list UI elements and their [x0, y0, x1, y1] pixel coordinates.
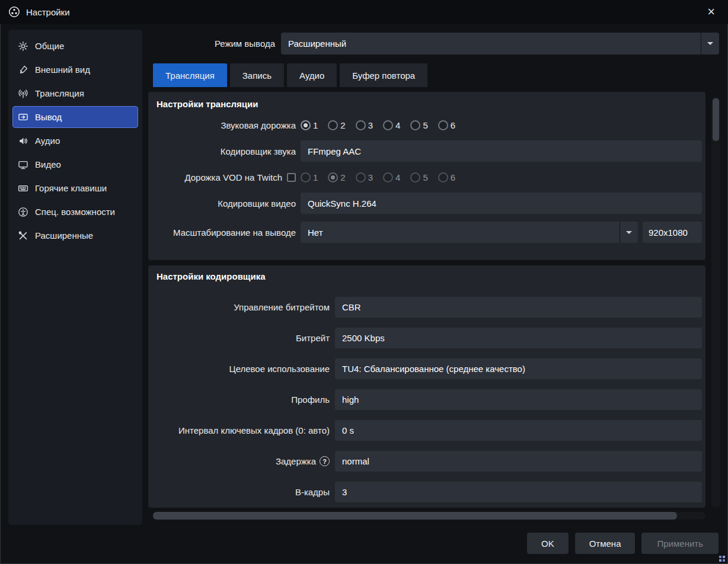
horizontal-scrollbar-thumb[interactable] — [153, 512, 677, 520]
output-mode-label: Режим вывода — [148, 39, 281, 49]
video-encoder-label: Кодировщик видео — [155, 198, 301, 209]
twitch-vod-radio-group: 1 2 3 4 5 6 — [301, 172, 465, 182]
rescale-output-row: Масштабирование на выводе Нет 920x1080 — [155, 222, 702, 243]
settings-window: Настройки × Общие Внешний вид — [0, 0, 728, 564]
close-icon[interactable]: × — [703, 4, 720, 20]
accessibility-icon — [18, 207, 28, 217]
vod-track-radio-5[interactable]: 5 — [410, 172, 427, 182]
panel-title: Настройки трансляции — [155, 99, 702, 109]
sidebar-item-general[interactable]: Общие — [12, 35, 138, 57]
rate-control-label: Управление битрейтом — [155, 302, 335, 312]
sidebar-item-advanced[interactable]: Расширенные — [12, 225, 138, 246]
rate-control-row: Управление битрейтом CBR — [155, 297, 702, 318]
tab-replay-buffer[interactable]: Буфер повтора — [340, 63, 427, 87]
titlebar: Настройки × — [0, 0, 728, 24]
sidebar-item-hotkeys[interactable]: Горячие клавиши — [12, 177, 138, 199]
rate-control-select[interactable]: CBR — [335, 297, 702, 318]
rescale-output-select[interactable]: Нет — [301, 222, 638, 243]
bframes-label: В-кадры — [155, 487, 335, 497]
latency-row: Задержка ? normal — [155, 451, 702, 472]
sidebar-item-label: Общие — [35, 41, 64, 51]
encoder-settings-panel: Настройки кодировщика Управление битрейт… — [148, 265, 705, 508]
sidebar-item-label: Внешний вид — [35, 65, 90, 75]
dialog-footer: OK Отмена Применить — [527, 533, 719, 554]
profile-select[interactable]: high — [335, 389, 702, 410]
gear-icon — [18, 41, 28, 52]
keyframe-interval-input[interactable]: 0 s — [335, 420, 702, 441]
audio-track-label: Звуковая дорожка — [155, 120, 301, 130]
sidebar-item-accessibility[interactable]: Спец. возможности — [12, 201, 138, 223]
sidebar-item-label: Горячие клавиши — [35, 183, 107, 193]
sidebar-item-appearance[interactable]: Внешний вид — [12, 59, 138, 81]
output-mode-value: Расширенный — [288, 39, 346, 49]
audio-track-row: Звуковая дорожка 1 2 3 4 5 6 — [155, 117, 702, 133]
vod-track-radio-3[interactable]: 3 — [356, 172, 373, 182]
output-mode-select[interactable]: Расширенный — [281, 33, 719, 55]
latency-label: Задержка ? — [155, 456, 335, 466]
bitrate-input[interactable]: 2500 Kbps — [335, 328, 702, 348]
vertical-scrollbar[interactable] — [711, 97, 720, 508]
output-mode-row: Режим вывода Расширенный — [148, 33, 719, 55]
tools-icon — [18, 230, 28, 241]
rescale-resolution-field[interactable]: 920x1080 — [643, 222, 702, 243]
profile-row: Профиль high — [155, 389, 702, 410]
audio-track-radio-3[interactable]: 3 — [356, 120, 373, 130]
chevron-down-icon — [620, 222, 638, 243]
twitch-vod-label: Дорожка VOD на Twitch — [155, 172, 301, 182]
sidebar-item-output[interactable]: Вывод — [12, 106, 138, 128]
audio-encoder-select[interactable]: FFmpeg AAC — [301, 140, 702, 162]
audio-track-radio-6[interactable]: 6 — [438, 120, 455, 130]
cancel-button[interactable]: Отмена — [575, 533, 636, 554]
video-encoder-value: QuickSync H.264 — [308, 198, 376, 209]
keyframe-interval-row: Интервал ключевых кадров (0: авто) 0 s — [155, 420, 702, 441]
latency-select[interactable]: normal — [335, 451, 702, 472]
sidebar-item-audio[interactable]: Аудио — [12, 130, 138, 152]
profile-label: Профиль — [155, 395, 335, 405]
target-usage-select[interactable]: TU4: Сбалансированное (среднее качество) — [335, 358, 702, 379]
tab-recording[interactable]: Запись — [230, 63, 284, 87]
window-title: Настройки — [26, 7, 70, 17]
apply-button[interactable]: Применить — [641, 533, 719, 554]
tab-audio[interactable]: Аудио — [287, 63, 337, 87]
twitch-vod-checkbox[interactable] — [287, 173, 296, 182]
speaker-icon — [18, 136, 28, 146]
output-icon — [18, 112, 28, 123]
vod-track-radio-4[interactable]: 4 — [383, 172, 400, 182]
audio-track-radio-2[interactable]: 2 — [328, 120, 345, 130]
sidebar-item-label: Вывод — [35, 112, 62, 122]
help-icon[interactable]: ? — [320, 456, 330, 466]
sidebar-item-label: Видео — [35, 159, 61, 169]
sidebar-item-stream[interactable]: Трансляция — [12, 82, 138, 104]
video-encoder-row: Кодировщик видео QuickSync H.264 — [155, 193, 702, 214]
audio-track-radio-5[interactable]: 5 — [410, 120, 427, 130]
audio-track-radio-1[interactable]: 1 — [301, 120, 318, 130]
monitor-icon — [18, 159, 28, 170]
vertical-scrollbar-thumb[interactable] — [713, 98, 719, 141]
audio-track-radio-group: 1 2 3 4 5 6 — [301, 120, 465, 130]
audio-track-radio-4[interactable]: 4 — [383, 120, 400, 130]
sidebar-item-label: Спец. возможности — [35, 207, 115, 217]
audio-encoder-value: FFmpeg AAC — [308, 146, 361, 156]
vod-track-radio-1[interactable]: 1 — [301, 172, 318, 182]
bframes-input[interactable]: 3 — [335, 482, 702, 502]
resize-grip-icon[interactable] — [719, 555, 726, 562]
video-encoder-select[interactable]: QuickSync H.264 — [301, 193, 702, 214]
horizontal-scrollbar[interactable] — [153, 512, 705, 520]
settings-sidebar: Общие Внешний вид Трансляция — [8, 30, 142, 525]
keyboard-icon — [18, 183, 28, 194]
bframes-row: В-кадры 3 — [155, 482, 702, 502]
ok-button[interactable]: OK — [527, 533, 569, 554]
sidebar-item-video[interactable]: Видео — [12, 153, 138, 175]
keyframe-interval-label: Интервал ключевых кадров (0: авто) — [155, 425, 335, 435]
bitrate-row: Битрейт 2500 Kbps — [155, 328, 702, 348]
rescale-output-value: Нет — [308, 227, 323, 238]
vod-track-radio-6[interactable]: 6 — [438, 172, 455, 182]
tab-streaming[interactable]: Трансляция — [153, 63, 227, 87]
streaming-settings-panel: Настройки трансляции Звуковая дорожка 1 … — [148, 92, 705, 260]
broadcast-icon — [18, 88, 28, 99]
rescale-output-label: Масштабирование на выводе — [155, 227, 301, 238]
sidebar-item-label: Трансляция — [35, 88, 84, 98]
twitch-vod-row: Дорожка VOD на Twitch 1 2 3 4 5 6 — [155, 169, 702, 185]
bitrate-label: Битрейт — [155, 333, 335, 343]
vod-track-radio-2[interactable]: 2 — [328, 172, 345, 182]
